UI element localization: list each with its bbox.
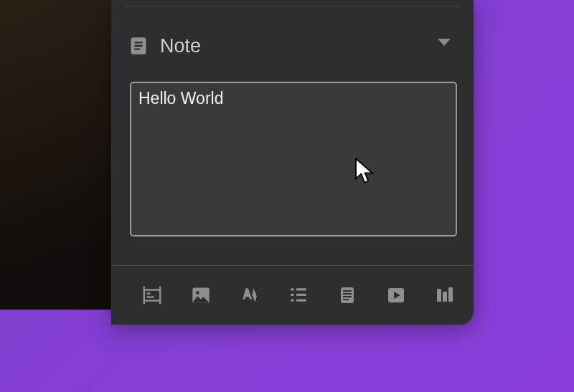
svg-rect-3 (134, 49, 140, 50)
video-icon[interactable] (384, 283, 408, 307)
svg-rect-10 (291, 294, 293, 296)
svg-rect-16 (343, 299, 349, 300)
content-preview-edge (0, 0, 111, 310)
svg-point-5 (196, 291, 199, 295)
svg-rect-9 (291, 288, 293, 290)
document-icon[interactable] (335, 283, 359, 307)
chevron-down-icon[interactable] (438, 39, 451, 46)
svg-rect-19 (443, 292, 447, 302)
bottom-toolbar (111, 266, 474, 325)
columns-icon[interactable] (433, 283, 457, 307)
svg-rect-15 (343, 296, 352, 297)
note-textarea[interactable] (138, 89, 448, 229)
svg-rect-6 (296, 288, 306, 290)
section-title: Note (160, 35, 201, 57)
note-icon (128, 36, 149, 56)
svg-rect-12 (341, 287, 354, 303)
note-section-header[interactable]: Note (128, 29, 456, 63)
divider (126, 6, 459, 6)
svg-rect-7 (296, 294, 306, 296)
svg-rect-14 (343, 293, 352, 295)
card-icon[interactable] (140, 283, 164, 307)
note-input-container[interactable] (130, 82, 457, 236)
svg-rect-1 (134, 42, 143, 43)
svg-rect-8 (296, 299, 306, 301)
svg-rect-20 (448, 287, 453, 302)
image-icon[interactable] (189, 283, 213, 307)
svg-rect-2 (134, 45, 143, 47)
side-panel: Note (111, 0, 474, 325)
svg-rect-18 (437, 289, 441, 302)
list-icon[interactable] (286, 283, 311, 307)
svg-rect-13 (343, 290, 352, 292)
svg-rect-11 (291, 299, 293, 301)
style-icon[interactable] (237, 283, 262, 307)
